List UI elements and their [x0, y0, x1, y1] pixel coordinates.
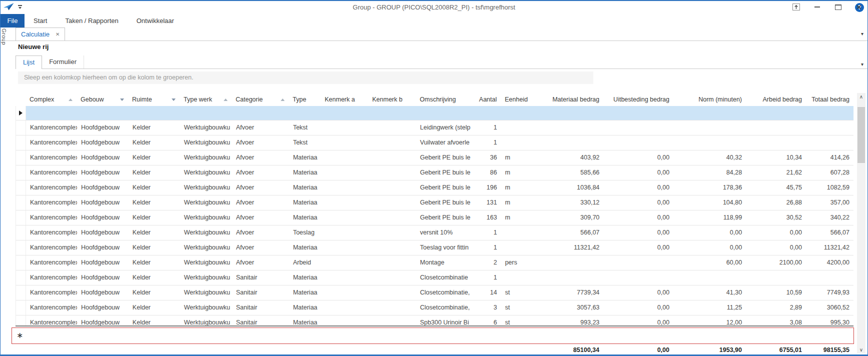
cell-kenmerk_a[interactable] — [321, 180, 369, 195]
cell-norm[interactable]: 60,00 — [673, 256, 746, 270]
cell-complex[interactable]: Kantorencomplex — [26, 316, 77, 326]
maximize-button[interactable] — [833, 2, 842, 12]
cell-aantal[interactable]: 1 — [472, 226, 501, 240]
cell-arbeid[interactable]: 3,08 — [746, 316, 806, 326]
column-header-arbeid[interactable]: Arbeid bedrag — [746, 93, 806, 106]
cell-type[interactable]: Materiaa — [289, 240, 321, 255]
cell-materiaal[interactable] — [532, 120, 603, 135]
cell-gebouw[interactable]: Hoofdgebouw — [77, 180, 129, 195]
cell-arbeid[interactable]: 45,75 — [746, 180, 806, 195]
column-header-typewerk[interactable]: Type werk — [180, 93, 232, 106]
cell-ruimte[interactable]: Kelder — [129, 166, 180, 180]
cell-kenmerk_b[interactable] — [369, 196, 416, 210]
cell-ruimte[interactable]: Kelder — [129, 150, 180, 165]
cell-totaal[interactable]: 607,28 — [806, 166, 853, 180]
cell-gebouw[interactable]: Hoofdgebouw — [77, 300, 129, 315]
ribbon-tab-taken-rapporten[interactable]: Taken / Rapporten — [56, 14, 127, 28]
cell-omschrijving[interactable]: Montage — [416, 256, 472, 270]
cell-omschrijving[interactable]: Geberit PE buis le — [416, 210, 472, 225]
cell-totaal[interactable]: 414,26 — [806, 150, 853, 165]
cell-type[interactable]: Toeslag — [289, 226, 321, 240]
cell-aantal[interactable]: 1 — [472, 240, 501, 255]
cell-categorie[interactable]: Afvoer — [232, 196, 289, 210]
cell-kenmerk_b[interactable] — [369, 240, 416, 255]
cell-gebouw[interactable]: Hoofdgebouw — [77, 286, 129, 300]
cell-uitbesteding[interactable]: 0,00 — [603, 286, 673, 300]
cell-type[interactable]: Materiaa — [289, 300, 321, 315]
cell-kenmerk_a[interactable] — [321, 150, 369, 165]
cell-eenheid[interactable]: pers — [501, 256, 532, 270]
cell-eenheid[interactable] — [501, 226, 532, 240]
cell-typewerk[interactable]: Werktuigbouwku — [180, 166, 232, 180]
cell-omschrijving[interactable]: Closetcombinatie, — [416, 286, 472, 300]
cell-kenmerk_a[interactable] — [321, 300, 369, 315]
cell-materiaal[interactable]: 330,12 — [532, 196, 603, 210]
cell-complex[interactable]: Kantorencomplex — [26, 256, 77, 270]
selected-empty-row[interactable] — [16, 106, 853, 120]
cell-totaal[interactable]: 340,22 — [806, 210, 853, 225]
cell-omschrijving[interactable]: Closetcombinatie — [416, 270, 472, 285]
cell-omschrijving[interactable]: Closetcombinatie, — [416, 300, 472, 315]
cell-gebouw[interactable]: Hoofdgebouw — [77, 256, 129, 270]
cell-arbeid[interactable]: 26,88 — [746, 196, 806, 210]
cell-ruimte[interactable]: Kelder — [129, 240, 180, 255]
cell-kenmerk_a[interactable] — [321, 240, 369, 255]
cell-gebouw[interactable]: Hoofdgebouw — [77, 240, 129, 255]
cell-complex[interactable]: Kantorencomplex — [26, 240, 77, 255]
cell-typewerk[interactable]: Werktuigbouwku — [180, 196, 232, 210]
cell-omschrijving[interactable]: Vuilwater afvoerle — [416, 136, 472, 150]
view-dropdown-icon[interactable]: ▾ — [861, 62, 863, 67]
table-row[interactable]: KantorencomplexHoofdgebouwKelderWerktuig… — [16, 166, 853, 180]
cell-categorie[interactable]: Afvoer — [232, 180, 289, 195]
cell-norm[interactable]: 12,00 — [673, 316, 746, 326]
cell-kenmerk_a[interactable] — [321, 226, 369, 240]
cell-uitbesteding[interactable] — [603, 256, 673, 270]
cell-ruimte[interactable]: Kelder — [129, 196, 180, 210]
cell-omschrijving[interactable]: Geberit PE buis le — [416, 180, 472, 195]
cell-norm[interactable]: 0,00 — [673, 240, 746, 255]
cell-arbeid[interactable]: 21,62 — [746, 166, 806, 180]
cell-eenheid[interactable] — [501, 120, 532, 135]
side-tab-group[interactable]: Group — [1, 28, 7, 45]
column-header-gebouw[interactable]: Gebouw — [77, 93, 128, 106]
cell-totaal[interactable] — [806, 270, 853, 285]
cell-ruimte[interactable]: Kelder — [129, 210, 180, 225]
cell-kenmerk_b[interactable] — [369, 226, 416, 240]
cell-norm[interactable]: 11,25 — [673, 300, 746, 315]
cell-kenmerk_b[interactable] — [369, 316, 416, 326]
tab-formulier[interactable]: Formulier — [42, 56, 84, 68]
cell-kenmerk_a[interactable] — [321, 166, 369, 180]
cell-uitbesteding[interactable]: 0,00 — [603, 226, 673, 240]
cell-categorie[interactable]: Sanitair — [232, 286, 289, 300]
cell-arbeid[interactable] — [746, 120, 806, 135]
column-header-complex[interactable]: Complex — [26, 93, 77, 106]
cell-categorie[interactable]: Sanitair — [232, 316, 289, 326]
cell-omschrijving[interactable]: Geberit PE buis le — [416, 166, 472, 180]
cell-complex[interactable]: Kantorencomplex — [26, 136, 77, 150]
table-row[interactable]: KantorencomplexHoofdgebouwKelderWerktuig… — [16, 256, 853, 270]
cell-complex[interactable]: Kantorencomplex — [26, 300, 77, 315]
new-row-editor[interactable]: ∗ — [12, 328, 854, 344]
cell-typewerk[interactable]: Werktuigbouwku — [180, 286, 232, 300]
cell-complex[interactable]: Kantorencomplex — [26, 210, 77, 225]
table-row[interactable]: KantorencomplexHoofdgebouwKelderWerktuig… — [16, 180, 853, 196]
cell-type[interactable]: Materiaa — [289, 166, 321, 180]
tab-lijst[interactable]: Lijst — [16, 56, 42, 69]
cell-uitbesteding[interactable]: 0,00 — [603, 210, 673, 225]
cell-totaal[interactable]: 995,30 — [806, 316, 853, 326]
cell-kenmerk_b[interactable] — [369, 150, 416, 165]
cell-typewerk[interactable]: Werktuigbouwku — [180, 256, 232, 270]
table-row[interactable]: KantorencomplexHoofdgebouwKelderWerktuig… — [16, 300, 853, 316]
cell-uitbesteding[interactable] — [603, 120, 673, 135]
cell-eenheid[interactable] — [501, 270, 532, 285]
cell-aantal[interactable]: 14 — [472, 286, 501, 300]
cell-kenmerk_b[interactable] — [369, 180, 416, 195]
cell-gebouw[interactable]: Hoofdgebouw — [77, 120, 129, 135]
table-row[interactable]: KantorencomplexHoofdgebouwKelderWerktuig… — [16, 136, 853, 150]
cell-kenmerk_b[interactable] — [369, 286, 416, 300]
cell-gebouw[interactable]: Hoofdgebouw — [77, 316, 129, 326]
cell-ruimte[interactable]: Kelder — [129, 226, 180, 240]
cell-gebouw[interactable]: Hoofdgebouw — [77, 196, 129, 210]
column-header-aantal[interactable]: Aantal — [472, 93, 501, 106]
cell-uitbesteding[interactable]: 0,00 — [603, 180, 673, 195]
